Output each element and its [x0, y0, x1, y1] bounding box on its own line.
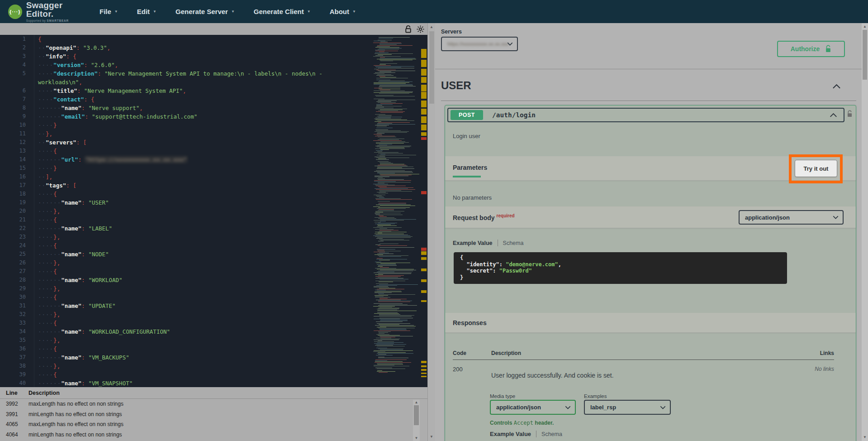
- line-number[interactable]: 40: [0, 379, 34, 387]
- code-line[interactable]: ····"version": "2.6.0",: [38, 61, 373, 69]
- warning-mark[interactable]: [421, 69, 427, 76]
- error-mark[interactable]: [421, 191, 427, 194]
- code-line[interactable]: {: [38, 35, 373, 43]
- code-line[interactable]: ····},: [38, 310, 373, 319]
- warning-mark[interactable]: [421, 268, 427, 271]
- line-number[interactable]: 19: [0, 198, 34, 207]
- line-number[interactable]: 8: [0, 104, 34, 112]
- line-number[interactable]: 23: [0, 233, 34, 241]
- editor-gutter[interactable]: 1234567891011121314151617181920212223242…: [0, 35, 34, 387]
- warning-mark[interactable]: [421, 290, 427, 293]
- code-line[interactable]: ····"title": "Nerve Management System AP…: [38, 86, 373, 95]
- code-line[interactable]: ··},: [38, 129, 373, 138]
- line-number[interactable]: 32: [0, 310, 34, 319]
- code-line[interactable]: ··"openapi": "3.0.3",: [38, 43, 373, 52]
- warning-mark[interactable]: [421, 251, 427, 255]
- code-line[interactable]: ······"name": "NODE": [38, 250, 373, 259]
- line-number[interactable]: 3: [0, 52, 34, 61]
- line-number[interactable]: 20: [0, 207, 34, 216]
- editor-code[interactable]: {··"openapi": "3.0.3",··"info": {····"ve…: [35, 35, 373, 387]
- error-row[interactable]: 4065maxLength has no effect on non strin…: [0, 419, 427, 430]
- code-line[interactable]: workloads\n",: [38, 78, 373, 86]
- line-number[interactable]: 26: [0, 259, 34, 267]
- code-line[interactable]: ····},: [38, 362, 373, 370]
- error-mark[interactable]: [421, 248, 427, 251]
- section-collapse-chevron-up-icon[interactable]: [832, 84, 841, 89]
- warning-mark[interactable]: [421, 125, 427, 130]
- line-number[interactable]: 5: [0, 69, 34, 78]
- code-line[interactable]: ······"name": "VM_SNAPSHOT": [38, 379, 373, 387]
- warning-mark[interactable]: [421, 257, 427, 260]
- scroll-up-icon[interactable]: ▲: [428, 25, 435, 29]
- code-line[interactable]: ··],: [38, 173, 373, 181]
- error-row[interactable]: 3992maxLength has no effect on non strin…: [0, 399, 427, 409]
- request-example-code[interactable]: { "identity": "demo@nerve.com", "secret"…: [454, 252, 787, 284]
- line-number[interactable]: 15: [0, 164, 34, 173]
- warning-mark[interactable]: [421, 60, 427, 67]
- code-line[interactable]: ····{: [38, 319, 373, 327]
- code-line[interactable]: ····"contact": {: [38, 95, 373, 104]
- scroll-up-icon[interactable]: ▲: [413, 400, 420, 405]
- warning-mark[interactable]: [421, 77, 427, 83]
- tab-example-value[interactable]: Example Value: [490, 431, 531, 437]
- code-line[interactable]: ····{: [38, 216, 373, 224]
- code-line[interactable]: ······"name": "Nerve support",: [38, 104, 373, 112]
- code-line[interactable]: ····}: [38, 164, 373, 173]
- code-editor[interactable]: 1234567891011121314151617181920212223242…: [0, 35, 427, 387]
- warning-mark[interactable]: [421, 376, 427, 377]
- opblock-summary[interactable]: POST /auth/login: [447, 108, 844, 122]
- error-row[interactable]: 3991minLength has no effect on non strin…: [0, 409, 427, 420]
- warning-mark[interactable]: [421, 49, 427, 58]
- line-number[interactable]: 17: [0, 181, 34, 190]
- line-number[interactable]: 6: [0, 86, 34, 95]
- line-number[interactable]: 38: [0, 362, 34, 370]
- code-line[interactable]: ··"info": {: [38, 52, 373, 61]
- line-number[interactable]: 16: [0, 173, 34, 181]
- line-number[interactable]: 7: [0, 95, 34, 104]
- unlock-icon[interactable]: [405, 25, 412, 33]
- code-line[interactable]: ······"name": "UPDATE": [38, 302, 373, 310]
- error-mark[interactable]: [421, 137, 427, 140]
- line-number[interactable]: 28: [0, 276, 34, 284]
- editor-minimap[interactable]: [373, 35, 421, 387]
- code-line[interactable]: ······"email": "support@tttech-industria…: [38, 112, 373, 121]
- code-line[interactable]: ··"tags": [: [38, 181, 373, 190]
- code-line[interactable]: ····{: [38, 267, 373, 276]
- try-it-out-button[interactable]: Try it out: [795, 160, 837, 177]
- warning-mark[interactable]: [421, 300, 427, 302]
- code-line[interactable]: ····{: [38, 345, 373, 353]
- code-line[interactable]: ····}: [38, 121, 373, 129]
- page-scrollbar[interactable]: ▲ ▼: [862, 23, 868, 441]
- line-number[interactable]: 24: [0, 241, 34, 250]
- code-line[interactable]: ······"name": "USER": [38, 198, 373, 207]
- menu-about[interactable]: About▼: [330, 8, 356, 15]
- request-media-type-select[interactable]: application/json: [739, 210, 844, 225]
- warning-mark[interactable]: [421, 365, 427, 367]
- error-panel-scrollbar[interactable]: ▲ ▼: [413, 400, 420, 441]
- opblock-collapse-chevron-up-icon[interactable]: [830, 113, 837, 118]
- code-line[interactable]: ····{: [38, 147, 373, 155]
- warning-mark[interactable]: [421, 101, 427, 107]
- menu-generate-server[interactable]: Generate Server▼: [175, 8, 235, 15]
- code-line[interactable]: ······"url": "https://xxxxxxxxxx.xx.xx.x…: [38, 155, 373, 164]
- editor-scrollbar[interactable]: ▲ ▼: [427, 23, 435, 441]
- line-number[interactable]: 11: [0, 129, 34, 138]
- line-number[interactable]: 35: [0, 336, 34, 345]
- scroll-up-icon[interactable]: ▲: [862, 24, 868, 29]
- line-number[interactable]: 1: [0, 35, 34, 43]
- line-number[interactable]: 27: [0, 267, 34, 276]
- scroll-down-icon[interactable]: ▼: [413, 436, 420, 441]
- warning-mark[interactable]: [421, 85, 427, 91]
- warning-mark[interactable]: [421, 373, 427, 374]
- scroll-down-icon[interactable]: ▼: [862, 435, 868, 440]
- code-line[interactable]: ····},: [38, 207, 373, 216]
- line-number[interactable]: 33: [0, 319, 34, 327]
- line-number[interactable]: 39: [0, 370, 34, 379]
- warning-mark[interactable]: [421, 132, 427, 136]
- code-line[interactable]: ····{: [38, 370, 373, 379]
- code-line[interactable]: ····{: [38, 241, 373, 250]
- editor-overview-ruler[interactable]: [421, 35, 427, 387]
- code-line[interactable]: ······"name": "LABEL": [38, 224, 373, 233]
- auth-lock-icon[interactable]: [847, 110, 853, 118]
- line-number[interactable]: 10: [0, 121, 34, 129]
